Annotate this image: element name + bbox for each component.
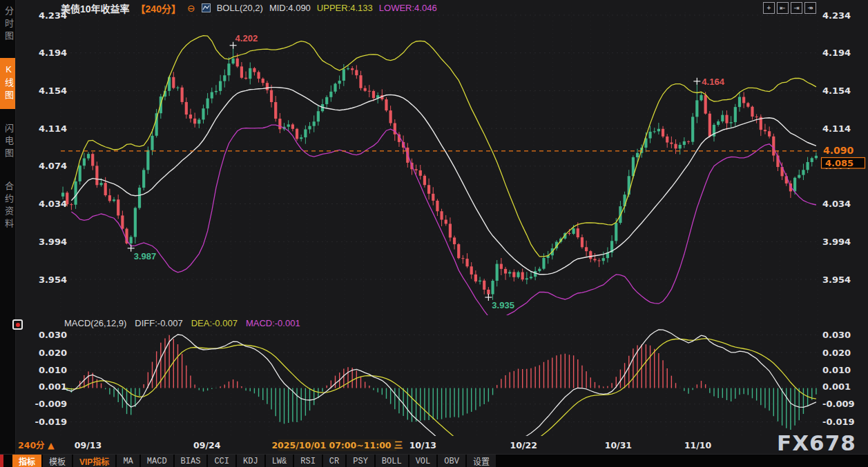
app-root: 4.2024.1643.9873.9354.2344.2344.1944.194…	[0, 0, 868, 467]
period-badge: 【240分】	[136, 1, 181, 15]
period-selector[interactable]: 240分 ▲	[18, 440, 55, 450]
svg-text:3.935: 3.935	[492, 300, 514, 310]
toolbar-tab-rsi[interactable]: RSI	[294, 455, 322, 467]
pan-right-icon[interactable]: ↠	[804, 2, 816, 14]
alert-icon[interactable]	[12, 319, 23, 330]
svg-text:0.030: 0.030	[39, 330, 67, 340]
svg-text:0.001: 0.001	[822, 381, 851, 392]
boll-mid-value: MID:4.090	[269, 3, 311, 13]
svg-text:4.090: 4.090	[823, 145, 854, 156]
svg-text:4.234: 4.234	[822, 10, 851, 21]
sidebar-tab-time-chart[interactable]: 分时图	[0, 0, 15, 50]
toolbar-tab-bias[interactable]: BIAS	[175, 455, 207, 467]
scale-left-icon[interactable]: ⇤	[777, 2, 789, 14]
boll-lower-line	[71, 125, 816, 319]
boll-label: BOLL(20,2)	[217, 3, 263, 13]
svg-text:-0.019: -0.019	[822, 417, 855, 427]
toolbar-tab-vip-indicators[interactable]: VIP指标	[73, 455, 115, 467]
toolbar-tab-cci[interactable]: CCI	[208, 455, 235, 467]
svg-text:3.954: 3.954	[39, 275, 67, 285]
price-tags: 4.0904.085	[822, 145, 865, 168]
macd-diff-value: DIFF:-0.007	[135, 318, 182, 328]
toolbar-tab-boll[interactable]: BOLL	[376, 455, 408, 467]
sidebar-tab-flash-chart[interactable]: 闪电图	[0, 117, 15, 167]
macd-dea-value: DEA:-0.007	[191, 318, 238, 328]
toolbar-tab-lwr[interactable]: LW&	[266, 455, 293, 467]
sidebar: 分时图K线图闪电图合约资料	[0, 0, 16, 467]
svg-text:4.194: 4.194	[39, 48, 67, 58]
macd-header: MACD(26,12,9) DIFF:-0.007 DEA:-0.007 MAC…	[64, 318, 300, 328]
svg-text:0.010: 0.010	[39, 365, 67, 375]
svg-text:3.994: 3.994	[39, 237, 67, 247]
time-axis: 240分 ▲09/1309/2410/1310/2210/3111/102025…	[18, 439, 712, 451]
svg-text:4.074: 4.074	[39, 161, 67, 171]
macd-layer	[63, 330, 816, 454]
kline-chart[interactable]: 4.2024.1643.9873.9354.2344.2344.1944.194…	[15, 0, 868, 454]
indicator-toolbar: 指标模板VIP指标MAMACDBIASCCIKDJLW&RSICRPSYBOLL…	[0, 454, 868, 467]
svg-text:0.010: 0.010	[822, 365, 851, 375]
price-annotations: 4.2024.1643.9873.935	[128, 33, 725, 310]
svg-text:3.987: 3.987	[134, 251, 157, 261]
chart-header: 美债10年收益率 【240分】 ⊖ BOLL(20,2) MID:4.090 U…	[61, 2, 437, 14]
move-icon[interactable]: +	[763, 2, 775, 14]
time-label: 10/31	[605, 440, 632, 450]
svg-text:-0.009: -0.009	[822, 399, 855, 409]
toolbar-tab-vol[interactable]: VOL	[409, 455, 437, 467]
macd-diff-line	[63, 330, 816, 454]
svg-text:4.034: 4.034	[39, 199, 67, 209]
boll-lower-value: LOWER:4.046	[379, 3, 437, 13]
window-controls: +⇤⇥↠	[763, 2, 816, 14]
svg-text:0.020: 0.020	[822, 348, 851, 358]
macd-macd-value: MACD:-0.001	[246, 318, 300, 328]
svg-text:0.020: 0.020	[39, 348, 67, 358]
sidebar-tab-kline-chart[interactable]: K线图	[0, 58, 15, 109]
time-label: 09/13	[75, 440, 102, 450]
svg-text:4.202: 4.202	[235, 33, 258, 43]
time-label: 10/22	[510, 440, 537, 450]
symbol-title: 美债10年收益率	[61, 1, 130, 15]
boll-mid-line	[71, 88, 816, 275]
svg-text:4.164: 4.164	[702, 77, 724, 87]
svg-text:3.954: 3.954	[822, 275, 851, 285]
macd-dea-line	[63, 339, 816, 454]
toolbar-tab-kdj[interactable]: KDJ	[237, 455, 264, 467]
svg-text:0.030: 0.030	[822, 330, 851, 340]
boll-chip-icon	[202, 3, 211, 12]
toolbar-tab-obv[interactable]: OBV	[438, 455, 465, 467]
svg-text:4.194: 4.194	[822, 48, 851, 58]
svg-text:4.114: 4.114	[39, 123, 67, 134]
scale-right-icon[interactable]: ⇥	[791, 2, 802, 14]
toolbar-tab-macd[interactable]: MACD	[141, 455, 173, 467]
toolbar-left-marker	[0, 455, 3, 467]
toolbar-tab-ma[interactable]: MA	[117, 455, 139, 467]
selected-bar-time: 2025/10/01 07:00~11:00 三	[271, 440, 403, 450]
toolbar-tab-indicators[interactable]: 指标	[12, 455, 41, 467]
svg-text:4.154: 4.154	[822, 86, 851, 96]
toolbar-tab-cr[interactable]: CR	[323, 455, 345, 467]
svg-text:-0.019: -0.019	[35, 417, 67, 427]
time-label: 11/10	[684, 440, 712, 450]
boll-upper-value: UPPER:4.133	[317, 3, 373, 13]
time-label: 10/13	[409, 440, 436, 450]
svg-text:4.034: 4.034	[822, 199, 851, 209]
svg-text:4.114: 4.114	[822, 123, 851, 134]
boll-upper-line	[71, 36, 816, 257]
sidebar-tab-contract-info[interactable]: 合约资料	[0, 175, 15, 237]
collapse-indicator-icon[interactable]: ⊖	[187, 3, 195, 13]
svg-text:3.994: 3.994	[822, 237, 851, 247]
watermark: FX678	[777, 430, 856, 454]
time-label: 09/24	[193, 440, 221, 450]
toolbar-tab-psy[interactable]: PSY	[347, 455, 374, 467]
svg-text:0.001: 0.001	[39, 381, 67, 392]
svg-text:4.085: 4.085	[825, 158, 853, 168]
toolbar-tab-templates[interactable]: 模板	[43, 455, 72, 467]
svg-text:4.154: 4.154	[39, 86, 67, 96]
toolbar-tab-settings[interactable]: 设置	[467, 455, 496, 467]
svg-text:-0.009: -0.009	[35, 399, 67, 409]
macd-label: MACD(26,12,9)	[64, 318, 126, 328]
